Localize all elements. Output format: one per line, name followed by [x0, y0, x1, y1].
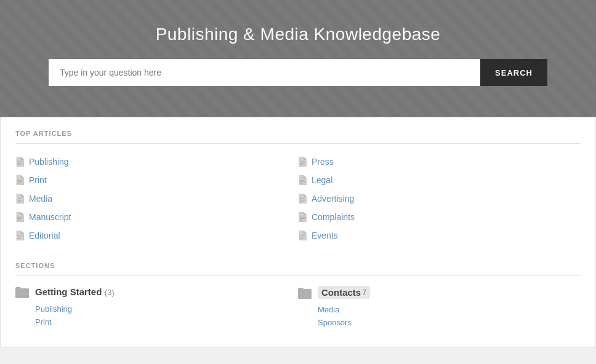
- svg-rect-31: [15, 287, 21, 290]
- section-link[interactable]: Publishing: [35, 303, 286, 315]
- hero-section: Publishing & Media Knowledgebase SEARCH: [0, 0, 596, 117]
- doc-icon: [15, 175, 24, 185]
- article-item[interactable]: Manuscript: [15, 209, 298, 225]
- section-link[interactable]: Print: [35, 316, 286, 328]
- svg-rect-33: [298, 288, 304, 290]
- contacts-links: MediaSponsors: [298, 304, 568, 328]
- articles-grid: Publishing Print Media Manuscript Editor…: [15, 154, 581, 243]
- svg-rect-30: [15, 288, 29, 298]
- search-button[interactable]: SEARCH: [480, 59, 547, 86]
- articles-left-column: Publishing Print Media Manuscript Editor…: [15, 154, 298, 243]
- sections-label: SECTIONS: [15, 262, 581, 276]
- article-item[interactable]: Events: [298, 228, 581, 243]
- doc-icon: [298, 212, 307, 222]
- contacts-card: Contacts7 MediaSponsors: [298, 286, 581, 328]
- contacts-count: 7: [362, 288, 366, 297]
- article-item[interactable]: Media: [15, 191, 298, 207]
- article-item[interactable]: Advertising: [298, 191, 581, 207]
- doc-icon: [15, 157, 24, 167]
- article-item[interactable]: Publishing: [15, 154, 298, 170]
- svg-rect-32: [298, 289, 312, 299]
- search-bar: SEARCH: [49, 59, 547, 86]
- contacts-title-text: Contacts: [321, 287, 361, 298]
- top-articles-label: TOP ARTICLES: [15, 130, 581, 144]
- folder-icon-left: [15, 286, 29, 298]
- doc-icon: [15, 231, 24, 240]
- getting-started-count: (3): [105, 288, 115, 297]
- sections-area: SECTIONS Getting Started (3) P: [15, 262, 581, 328]
- getting-started-card: Getting Started (3) PublishingPrint: [15, 286, 298, 328]
- section-link[interactable]: Sponsors: [318, 317, 568, 328]
- folder-icon-right: [298, 287, 312, 299]
- article-item[interactable]: Complaints: [298, 209, 581, 225]
- page-title: Publishing & Media Knowledgebase: [12, 25, 584, 44]
- doc-icon: [15, 194, 24, 204]
- contacts-header: Contacts7: [298, 286, 568, 299]
- article-item[interactable]: Legal: [298, 172, 581, 188]
- articles-right-column: Press Legal Advertising Complaints Event…: [298, 154, 581, 243]
- main-content: TOP ARTICLES Publishing Print Media: [0, 117, 596, 347]
- getting-started-links: PublishingPrint: [15, 303, 286, 328]
- doc-icon: [298, 194, 307, 204]
- getting-started-title: Getting Started (3): [35, 287, 115, 298]
- article-item[interactable]: Editorial: [15, 228, 298, 243]
- contacts-badge: Contacts7: [318, 286, 370, 299]
- search-input[interactable]: [49, 59, 480, 86]
- section-link[interactable]: Media: [318, 304, 568, 315]
- top-articles-section: TOP ARTICLES Publishing Print Media: [15, 130, 581, 243]
- doc-icon: [15, 212, 24, 222]
- doc-icon: [298, 231, 307, 240]
- doc-icon: [298, 157, 307, 167]
- getting-started-header: Getting Started (3): [15, 286, 286, 298]
- article-item[interactable]: Press: [298, 154, 581, 170]
- doc-icon: [298, 175, 307, 185]
- sections-grid: Getting Started (3) PublishingPrint: [15, 286, 581, 328]
- getting-started-title-text: Getting Started: [35, 287, 102, 297]
- article-item[interactable]: Print: [15, 172, 298, 188]
